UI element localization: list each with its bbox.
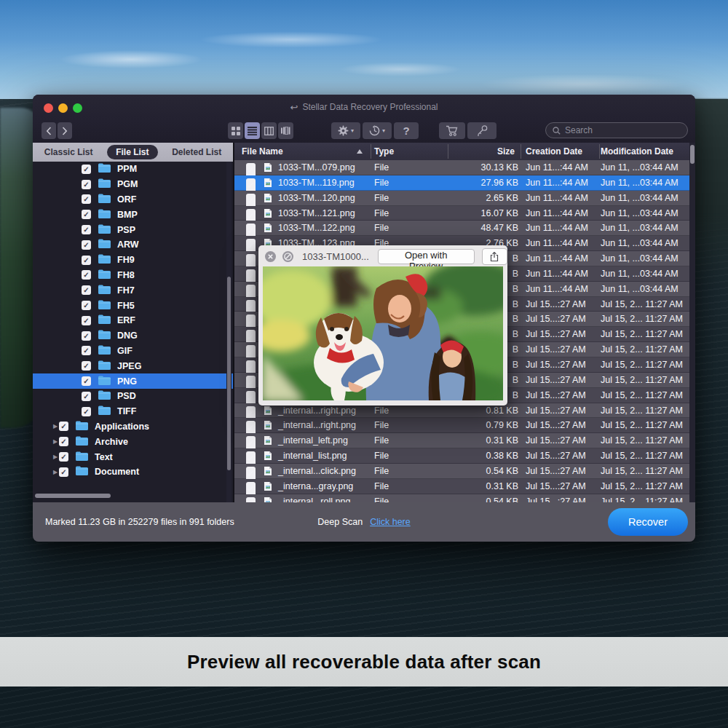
sidebar-item-png[interactable]: ✓PNG: [33, 373, 233, 389]
table-row[interactable]: ✓_internal...roll.pngFile0.54 KBJul 15..…: [234, 494, 695, 502]
sidebar-item-checkbox[interactable]: ✓: [59, 422, 68, 431]
list-view-button[interactable]: [245, 122, 260, 139]
sidebar-item-checkbox[interactable]: ✓: [82, 240, 91, 250]
sidebar-item-checkbox[interactable]: ✓: [59, 452, 68, 462]
cell-creation-date: Jul 15...:27 AM: [526, 403, 586, 419]
column-header-size[interactable]: Size: [446, 143, 515, 160]
cell-file-name: _internal_list.png: [278, 448, 347, 464]
table-row[interactable]: ✓_interna...gray.pngFile0.31 KBJul 15...…: [234, 479, 695, 494]
sidebar-item-checkbox[interactable]: ✓: [59, 437, 68, 446]
table-row[interactable]: ✓_internal_list.pngFile0.38 KBJul 15...:…: [234, 448, 695, 464]
coverflow-view-button[interactable]: [278, 122, 293, 139]
column-header-type[interactable]: Type: [374, 143, 394, 160]
back-button[interactable]: [41, 122, 56, 139]
sidebar-item-checkbox[interactable]: ✓: [82, 210, 91, 219]
buy-button[interactable]: [439, 122, 465, 139]
sidebar-horizontal-scrollbar[interactable]: [33, 494, 222, 498]
sidebar-item-checkbox[interactable]: ✓: [82, 407, 91, 416]
table-row[interactable]: ✓1033-TM...079.pngFile30.13 KBJun 11...:…: [234, 160, 695, 175]
sidebar-item-text[interactable]: ▶✓Text: [33, 449, 233, 464]
help-button[interactable]: ?: [394, 122, 419, 139]
sidebar-item-tiff[interactable]: ✓TIFF: [33, 404, 233, 419]
sidebar-item-checkbox[interactable]: ✓: [82, 194, 91, 204]
table-vertical-scrollbar[interactable]: [689, 143, 695, 502]
sidebar-item-orf[interactable]: ✓ORF: [33, 192, 233, 207]
share-button[interactable]: [482, 248, 507, 265]
sidebar-item-checkbox[interactable]: ✓: [82, 331, 91, 341]
sidebar-item-checkbox[interactable]: ✓: [82, 180, 91, 189]
cell-modification-date: Jul 15, 2... 11:27 AM: [601, 464, 683, 479]
sidebar-item-checkbox[interactable]: ✓: [82, 316, 91, 325]
sidebar-item-checkbox[interactable]: ✓: [82, 376, 91, 386]
sidebar: Classic ListFile ListDeleted List ✓PPM✓P…: [33, 143, 233, 502]
cell-creation-date: Jul 15...:27 AM: [526, 388, 586, 403]
search-input[interactable]: Search: [545, 122, 688, 138]
deep-scan-link[interactable]: Click here: [370, 517, 411, 527]
cell-modification-date: Jul 15, 2... 11:27 AM: [601, 297, 683, 312]
column-view-button[interactable]: [261, 122, 277, 139]
sidebar-item-dng[interactable]: ✓DNG: [33, 328, 233, 344]
tab-classic-list[interactable]: Classic List: [36, 145, 102, 159]
disclosure-triangle-icon[interactable]: ▶: [52, 454, 59, 460]
sidebar-item-arw[interactable]: ✓ARW: [33, 237, 233, 253]
cell-type: File: [374, 221, 389, 236]
forward-button[interactable]: [58, 122, 72, 139]
folder-icon: [98, 224, 111, 234]
sidebar-item-applications[interactable]: ▶✓Applications: [33, 419, 233, 435]
tab-deleted-list[interactable]: Deleted List: [163, 145, 230, 159]
sidebar-item-fh7[interactable]: ✓FH7: [33, 282, 233, 298]
table-row[interactable]: ✓1033-TM...121.pngFile16.07 KBJun 11...:…: [234, 206, 695, 221]
sidebar-item-archive[interactable]: ▶✓Archive: [33, 434, 233, 449]
sidebar-item-fh9[interactable]: ✓FH9: [33, 253, 233, 268]
sidebar-item-psd[interactable]: ✓PSD: [33, 389, 233, 404]
sidebar-item-checkbox[interactable]: ✓: [82, 256, 91, 265]
table-row[interactable]: ✓_internal_left.pngFile0.31 KBJul 15...:…: [234, 433, 695, 448]
sidebar-item-checkbox[interactable]: ✓: [82, 346, 91, 355]
coverflow-view-icon: [281, 127, 291, 135]
sidebar-item-ppm[interactable]: ✓PPM: [33, 162, 233, 177]
sidebar-item-checkbox[interactable]: ✓: [82, 301, 91, 310]
sidebar-item-checkbox[interactable]: ✓: [82, 285, 91, 295]
sidebar-vertical-scrollbar[interactable]: [226, 162, 232, 502]
table-row[interactable]: ✓_internal...right.pngFile0.79 KBJul 15.…: [234, 418, 695, 433]
cell-size: 0.38 KB: [449, 448, 518, 464]
history-button[interactable]: ▾: [363, 122, 392, 139]
activation-key-button[interactable]: [467, 122, 496, 139]
sidebar-item-checkbox[interactable]: ✓: [82, 270, 91, 280]
sidebar-item-checkbox[interactable]: ✓: [82, 165, 91, 174]
sidebar-item-checkbox[interactable]: ✓: [82, 361, 91, 371]
table-row[interactable]: ✓_internal...click.pngFile0.54 KBJul 15.…: [234, 464, 695, 479]
no-preview-button[interactable]: [282, 251, 293, 262]
sidebar-item-pgm[interactable]: ✓PGM: [33, 177, 233, 192]
tab-file-list[interactable]: File List: [107, 145, 157, 159]
settings-button[interactable]: ▾: [331, 122, 360, 139]
sidebar-item-gif[interactable]: ✓GIF: [33, 344, 233, 359]
column-header-file-name[interactable]: File Name: [242, 143, 283, 160]
column-header-creation-date[interactable]: Creation Date: [526, 143, 582, 160]
column-header-modification-date[interactable]: Modification Date: [601, 143, 673, 160]
sidebar-item-bmp[interactable]: ✓BMP: [33, 207, 233, 222]
cell-modification-date: Jul 15, 2... 11:27 AM: [601, 479, 683, 494]
sidebar-item-document[interactable]: ▶✓Document: [33, 464, 233, 480]
sidebar-item-jpeg[interactable]: ✓JPEG: [33, 358, 233, 373]
recover-button[interactable]: Recover: [608, 508, 688, 536]
sidebar-item-checkbox[interactable]: ✓: [82, 225, 91, 234]
open-with-preview-button[interactable]: Open with Preview: [378, 249, 475, 264]
table-row[interactable]: ✓1033-TM...122.pngFile48.47 KBJun 11...:…: [234, 221, 695, 236]
disclosure-triangle-icon[interactable]: ▶: [52, 423, 59, 430]
sidebar-item-psp[interactable]: ✓PSP: [33, 222, 233, 237]
sidebar-item-erf[interactable]: ✓ERF: [33, 313, 233, 328]
table-row[interactable]: ✓1033-TM...119.pngFile27.96 KBJun 11...:…: [234, 175, 695, 191]
cell-type: File: [374, 448, 389, 464]
sidebar-item-checkbox[interactable]: ✓: [82, 392, 91, 401]
row-checkbox[interactable]: ✓: [246, 497, 256, 502]
sidebar-item-fh5[interactable]: ✓FH5: [33, 298, 233, 313]
grid-view-button[interactable]: [228, 122, 243, 139]
deep-scan-label: Deep Scan: [317, 517, 363, 527]
table-row[interactable]: ✓1033-TM...120.pngFile2.65 KBJun 11...:4…: [234, 191, 695, 206]
sidebar-item-checkbox[interactable]: ✓: [59, 467, 68, 477]
disclosure-triangle-icon[interactable]: ▶: [52, 469, 59, 475]
close-preview-button[interactable]: [265, 251, 276, 262]
sidebar-item-fh8[interactable]: ✓FH8: [33, 268, 233, 283]
disclosure-triangle-icon[interactable]: ▶: [52, 438, 59, 445]
